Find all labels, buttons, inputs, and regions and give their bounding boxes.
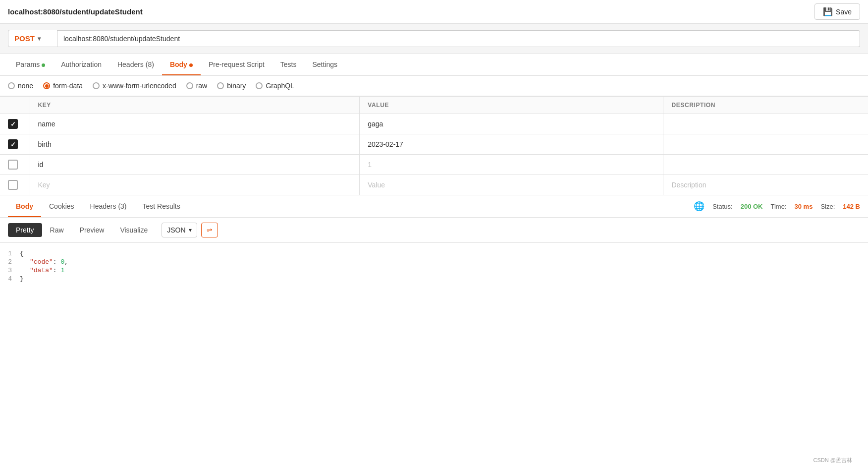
- row-2-value[interactable]: 2023-02-17: [360, 134, 663, 155]
- table-row: id 1: [0, 155, 868, 175]
- code-viewer: 1 { 2 "code": 0, 3 "data": 1 4 }: [0, 243, 868, 289]
- response-status-bar: 🌐 Status: 200 OK Time: 30 ms Size: 142 B: [694, 201, 860, 212]
- row-1-key[interactable]: name: [30, 114, 360, 134]
- size-value: 142 B: [843, 203, 860, 210]
- row-3-desc[interactable]: [663, 155, 868, 175]
- tab-settings[interactable]: Settings: [304, 54, 345, 75]
- row-4-key[interactable]: Key: [30, 175, 360, 195]
- format-pretty[interactable]: Pretty: [8, 223, 42, 237]
- params-dot: [42, 63, 45, 67]
- row-3-key[interactable]: id: [30, 155, 360, 175]
- radio-form-data: [43, 82, 50, 89]
- body-type-raw[interactable]: raw: [186, 82, 208, 90]
- time-value: 30 ms: [795, 203, 813, 210]
- method-label: POST: [14, 34, 35, 43]
- radio-none: [8, 82, 15, 89]
- col-check: [0, 97, 30, 114]
- code-content-4: }: [20, 274, 24, 283]
- response-tab-cookies[interactable]: Cookies: [41, 195, 82, 217]
- checkbox-checked[interactable]: ✓: [8, 119, 18, 129]
- line-num-4: 4: [0, 274, 20, 283]
- save-button[interactable]: 💾 Save: [814, 3, 860, 20]
- body-dot: [189, 63, 193, 67]
- format-preview[interactable]: Preview: [72, 223, 112, 237]
- checkbox-checked[interactable]: ✓: [8, 139, 18, 149]
- header-url: localhost:8080/student/updateStudent: [8, 7, 143, 16]
- radio-binary: [217, 82, 224, 89]
- body-type-form-data[interactable]: form-data: [43, 82, 83, 90]
- chevron-down-icon: ▾: [189, 227, 192, 234]
- col-value: VALUE: [360, 97, 663, 114]
- save-icon: 💾: [823, 7, 833, 16]
- code-line-2: 2 "code": 0,: [0, 257, 868, 266]
- response-tab-headers[interactable]: Headers (3): [82, 195, 135, 217]
- wrap-button[interactable]: ⇌: [201, 223, 218, 237]
- body-type-binary[interactable]: binary: [217, 82, 246, 90]
- chevron-down-icon: ▾: [38, 35, 41, 42]
- time-label: Time:: [770, 203, 786, 210]
- table-row: ✓ name gaga: [0, 114, 868, 134]
- tab-authorization[interactable]: Authorization: [53, 54, 109, 75]
- json-label: JSON: [167, 226, 185, 234]
- method-select[interactable]: POST ▾: [8, 30, 57, 47]
- format-raw[interactable]: Raw: [42, 223, 72, 237]
- col-description: DESCRIPTION: [663, 97, 868, 114]
- radio-graphql: [256, 82, 263, 89]
- line-num-1: 1: [0, 249, 20, 257]
- status-value: 200 OK: [741, 203, 763, 210]
- code-content-2: "code": 0,: [20, 257, 68, 266]
- tab-body[interactable]: Body: [162, 54, 201, 75]
- row-1-desc[interactable]: [663, 114, 868, 134]
- save-label: Save: [836, 8, 852, 16]
- row-2-desc[interactable]: [663, 134, 868, 155]
- body-type-graphql[interactable]: GraphQL: [256, 82, 294, 90]
- url-input[interactable]: [57, 30, 860, 47]
- response-tab-test-results[interactable]: Test Results: [135, 195, 188, 217]
- row-3-check-cell: [0, 155, 30, 175]
- status-label: Status:: [712, 203, 732, 210]
- response-tabs-bar: Body Cookies Headers (3) Test Results 🌐 …: [0, 195, 868, 218]
- row-1-value[interactable]: gaga: [360, 114, 663, 134]
- body-type-urlencoded[interactable]: x-www-form-urlencoded: [93, 82, 176, 90]
- row-4-value[interactable]: Value: [360, 175, 663, 195]
- body-type-bar: none form-data x-www-form-urlencoded raw…: [0, 76, 868, 96]
- code-line-1: 1 {: [0, 249, 868, 257]
- radio-urlencoded: [93, 82, 100, 89]
- size-label: Size:: [820, 203, 835, 210]
- row-3-value[interactable]: 1: [360, 155, 663, 175]
- code-content-3: "data": 1: [20, 266, 64, 274]
- json-format-select[interactable]: JSON ▾: [162, 223, 197, 237]
- format-visualize[interactable]: Visualize: [112, 223, 156, 237]
- line-num-2: 2: [0, 257, 20, 266]
- response-tab-body[interactable]: Body: [8, 195, 41, 217]
- tab-headers[interactable]: Headers (8): [109, 54, 162, 75]
- checkbox-unchecked[interactable]: [8, 180, 18, 190]
- tab-params[interactable]: Params: [8, 54, 53, 75]
- code-line-3: 3 "data": 1: [0, 266, 868, 274]
- body-type-none[interactable]: none: [8, 82, 33, 90]
- globe-icon: 🌐: [694, 201, 705, 212]
- url-bar: POST ▾: [0, 24, 868, 54]
- params-table-wrapper: KEY VALUE DESCRIPTION ✓ name gaga: [0, 96, 868, 195]
- table-row: Key Value Description: [0, 175, 868, 195]
- tab-tests[interactable]: Tests: [272, 54, 305, 75]
- code-content-1: {: [20, 249, 24, 257]
- radio-raw: [186, 82, 193, 89]
- response-tabs-left: Body Cookies Headers (3) Test Results: [8, 195, 188, 217]
- wrap-icon: ⇌: [207, 226, 213, 234]
- request-tabs-bar: Params Authorization Headers (8) Body Pr…: [0, 54, 868, 76]
- row-4-desc[interactable]: Description: [663, 175, 868, 195]
- code-line-4: 4 }: [0, 274, 868, 283]
- line-num-3: 3: [0, 266, 20, 274]
- params-table: KEY VALUE DESCRIPTION ✓ name gaga: [0, 97, 868, 195]
- row-2-check-cell: ✓: [0, 134, 30, 155]
- row-1-check-cell: ✓: [0, 114, 30, 134]
- tab-pre-request[interactable]: Pre-request Script: [201, 54, 272, 75]
- table-row: ✓ birth 2023-02-17: [0, 134, 868, 155]
- row-2-key[interactable]: birth: [30, 134, 360, 155]
- col-key: KEY: [30, 97, 360, 114]
- row-4-check-cell: [0, 175, 30, 195]
- response-format-bar: Pretty Raw Preview Visualize JSON ▾ ⇌: [0, 218, 868, 243]
- header-bar: localhost:8080/student/updateStudent 💾 S…: [0, 0, 868, 24]
- checkbox-unchecked[interactable]: [8, 160, 18, 170]
